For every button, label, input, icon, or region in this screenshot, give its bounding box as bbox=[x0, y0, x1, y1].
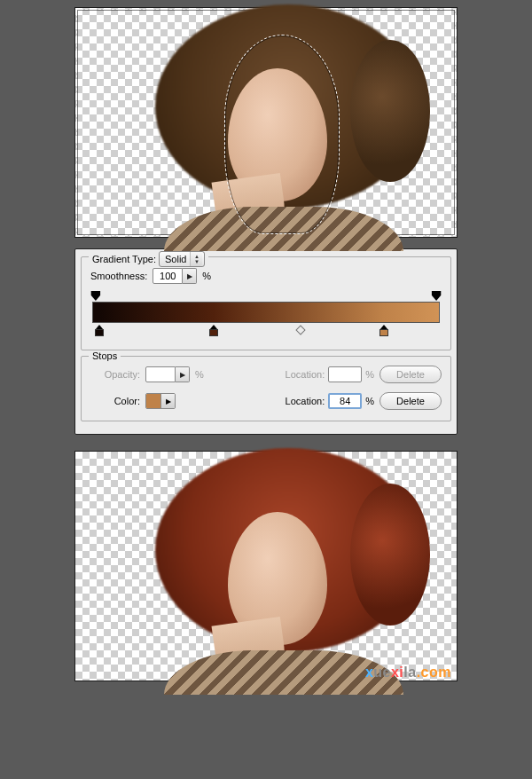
opacity-label: Opacity: bbox=[90, 369, 140, 380]
opacity-stop[interactable] bbox=[90, 291, 100, 301]
smoothness-stepper[interactable]: ▶ bbox=[153, 268, 197, 284]
stops-legend: Stops bbox=[89, 350, 121, 361]
gradient-type-select[interactable]: Solid ▲▼ bbox=[159, 251, 205, 267]
gradient-editor-panel: Gradient Type: Solid ▲▼ Smoothness: ▶ % bbox=[74, 248, 458, 435]
gradient-header-area: Gradient Type: Solid ▲▼ bbox=[89, 251, 208, 267]
color-stop-track[interactable] bbox=[92, 325, 440, 339]
color-row: Color: ▶ Location: % Delete bbox=[90, 392, 442, 410]
opacity-stop-track[interactable] bbox=[92, 291, 440, 300]
body bbox=[164, 207, 403, 251]
midpoint-handle[interactable] bbox=[296, 325, 306, 334]
smoothness-step-button[interactable]: ▶ bbox=[183, 268, 197, 284]
canvas-before[interactable] bbox=[74, 7, 458, 238]
opacity-location-label: Location: bbox=[286, 369, 325, 380]
opacity-stop[interactable] bbox=[432, 291, 442, 301]
opacity-row: Opacity: ▶ % Location: % Delete bbox=[90, 366, 442, 383]
color-stop-swatch bbox=[379, 329, 388, 336]
color-location-label: Location: bbox=[286, 396, 325, 406]
smoothness-label: Smoothness: bbox=[90, 271, 147, 281]
opacity-stepper: ▶ bbox=[145, 366, 190, 382]
opacity-step-button: ▶ bbox=[176, 366, 190, 382]
opacity-unit: % bbox=[195, 369, 204, 380]
hair-lock bbox=[350, 484, 430, 626]
color-swatch-fill bbox=[146, 394, 160, 408]
chevron-updown-icon: ▲▼ bbox=[190, 252, 202, 266]
opacity-location-input bbox=[328, 366, 362, 382]
watermark: xuexila.com bbox=[365, 665, 451, 681]
hair-lock bbox=[350, 40, 430, 182]
delete-opacity-stop-button: Delete bbox=[379, 366, 442, 383]
color-stop-swatch bbox=[209, 329, 218, 336]
smoothness-unit: % bbox=[202, 271, 211, 281]
opacity-location-unit: % bbox=[365, 369, 374, 380]
gradient-type-value: Solid bbox=[165, 254, 186, 264]
opacity-input bbox=[145, 366, 176, 382]
portrait-after bbox=[146, 457, 412, 681]
smoothness-input[interactable] bbox=[153, 268, 183, 284]
color-label: Color: bbox=[90, 396, 140, 406]
color-stop[interactable] bbox=[208, 325, 219, 336]
canvas-after[interactable]: xuexila.com bbox=[74, 451, 458, 681]
color-stop-swatch bbox=[95, 329, 104, 336]
color-stop-selected[interactable] bbox=[379, 325, 389, 336]
portrait-before bbox=[146, 13, 412, 237]
gradient-bar[interactable] bbox=[92, 302, 440, 323]
color-stop[interactable] bbox=[94, 325, 105, 336]
stops-group: Stops Opacity: ▶ % Location: % Delete Co… bbox=[81, 356, 451, 421]
gradient-ramp bbox=[92, 291, 440, 344]
gradient-type-label: Gradient Type: bbox=[92, 254, 156, 264]
color-location-unit: % bbox=[365, 396, 374, 406]
delete-color-stop-button[interactable]: Delete bbox=[379, 392, 442, 410]
color-swatch-step-button[interactable]: ▶ bbox=[160, 394, 175, 408]
color-location-input[interactable] bbox=[328, 393, 362, 409]
gradient-type-group: Gradient Type: Solid ▲▼ Smoothness: ▶ % bbox=[81, 256, 451, 350]
color-swatch[interactable]: ▶ bbox=[145, 393, 176, 409]
